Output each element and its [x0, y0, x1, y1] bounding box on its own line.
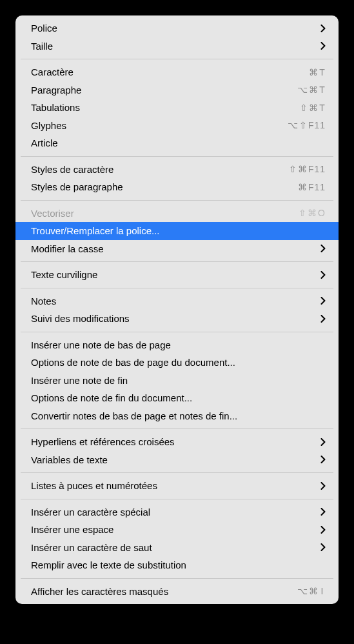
chevron-right-icon: [320, 297, 326, 305]
menu-item-police[interactable]: Police: [15, 19, 339, 37]
menu-item-modifier-casse[interactable]: Modifier la casse: [15, 240, 339, 258]
menu-item-label: Insérer un caractère de saut: [31, 542, 313, 553]
menu-item-label: Vectoriser: [31, 208, 291, 219]
menu-item-hyperliens[interactable]: Hyperliens et références croisées: [15, 433, 339, 451]
menu-item-texte-curviligne[interactable]: Texte curviligne: [15, 266, 339, 284]
context-menu: PoliceTailleCaractère⌘TParagraphe⌥⌘TTabu…: [15, 15, 339, 604]
chevron-right-icon: [320, 482, 326, 490]
chevron-right-icon: [320, 456, 326, 463]
menu-item-label: Hyperliens et références croisées: [31, 436, 313, 447]
menu-separator: [21, 499, 333, 499]
chevron-right-icon: [320, 315, 326, 323]
menu-item-label: Remplir avec le texte de substitution: [31, 559, 326, 570]
menu-item-inserer-espace[interactable]: Insérer une espace: [15, 521, 339, 539]
menu-item-listes-puces[interactable]: Listes à puces et numérotées: [15, 477, 339, 495]
menu-item-label: Tabulations: [31, 102, 292, 113]
menu-separator: [21, 288, 333, 288]
menu-item-label: Insérer une espace: [31, 524, 313, 535]
menu-separator: [21, 472, 333, 473]
menu-item-inserer-note-bas[interactable]: Insérer une note de bas de page: [15, 336, 339, 354]
menu-item-label: Caractère: [31, 66, 301, 77]
menu-item-label: Options de note de fin du document...: [31, 392, 326, 403]
menu-item-afficher-masques[interactable]: Afficher les caractères masqués⌥⌘I: [15, 583, 339, 601]
menu-item-shortcut: ⇧⌘F11: [289, 164, 326, 174]
chevron-right-icon: [320, 25, 326, 32]
menu-separator: [21, 428, 333, 429]
menu-item-label: Modifier la casse: [31, 243, 313, 254]
chevron-right-icon: [320, 438, 326, 446]
menu-item-label: Insérer un caractère spécial: [31, 507, 313, 518]
menu-separator: [21, 332, 333, 332]
menu-item-tabulations[interactable]: Tabulations⇧⌘T: [15, 99, 339, 117]
menu-item-label: Notes: [31, 296, 313, 307]
menu-item-inserer-saut[interactable]: Insérer un caractère de saut: [15, 539, 339, 557]
menu-item-label: Texte curviligne: [31, 269, 313, 280]
menu-item-inserer-caractere-special[interactable]: Insérer un caractère spécial: [15, 503, 339, 521]
chevron-right-icon: [320, 271, 326, 279]
menu-item-label: Listes à puces et numérotées: [31, 480, 313, 491]
menu-item-label: Police: [31, 23, 313, 34]
menu-item-label: Paragraphe: [31, 85, 290, 96]
menu-item-label: Variables de texte: [31, 454, 313, 465]
menu-item-label: Trouver/Remplacer la police...: [31, 225, 326, 236]
menu-item-vectoriser: Vectoriser⇧⌘O: [15, 205, 339, 223]
menu-item-styles-caractere[interactable]: Styles de caractère⇧⌘F11: [15, 161, 339, 179]
menu-item-taille[interactable]: Taille: [15, 37, 339, 55]
menu-item-shortcut: ⌥⌘I: [297, 586, 326, 596]
menu-item-shortcut: ⌥⌘T: [297, 85, 326, 95]
menu-item-glyphes[interactable]: Glyphes⌥⇧F11: [15, 117, 339, 135]
menu-item-paragraphe[interactable]: Paragraphe⌥⌘T: [15, 81, 339, 99]
menu-item-label: Suivi des modifications: [31, 313, 313, 324]
menu-separator: [21, 59, 333, 59]
menu-item-convertir-notes[interactable]: Convertir notes de bas de page et notes …: [15, 407, 339, 425]
menu-item-trouver-police[interactable]: Trouver/Remplacer la police...: [15, 222, 339, 240]
menu-item-label: Styles de paragraphe: [31, 181, 290, 192]
menu-item-label: Glyphes: [31, 120, 280, 131]
menu-item-label: Afficher les caractères masqués: [31, 586, 290, 597]
menu-item-shortcut: ⇧⌘T: [300, 103, 326, 113]
menu-item-remplir-substitution[interactable]: Remplir avec le texte de substitution: [15, 556, 339, 574]
menu-item-variables-texte[interactable]: Variables de texte: [15, 451, 339, 469]
chevron-right-icon: [320, 526, 326, 534]
menu-item-label: Insérer une note de fin: [31, 375, 326, 386]
menu-item-shortcut: ⌥⇧F11: [288, 120, 326, 130]
menu-item-shortcut: ⇧⌘O: [299, 208, 326, 218]
menu-item-label: Article: [31, 137, 326, 148]
menu-item-inserer-note-fin[interactable]: Insérer une note de fin: [15, 372, 339, 390]
menu-item-notes[interactable]: Notes: [15, 292, 339, 310]
menu-item-styles-paragraphe[interactable]: Styles de paragraphe⌘F11: [15, 178, 339, 196]
menu-item-shortcut: ⌘F11: [298, 182, 326, 192]
chevron-right-icon: [320, 508, 326, 516]
menu-item-shortcut: ⌘T: [309, 67, 326, 77]
menu-separator: [21, 578, 333, 579]
chevron-right-icon: [320, 543, 326, 551]
menu-item-options-note-bas[interactable]: Options de note de bas de page du docume…: [15, 354, 339, 372]
menu-item-label: Options de note de bas de page du docume…: [31, 357, 326, 368]
menu-separator: [21, 200, 333, 201]
menu-item-suivi-modifications[interactable]: Suivi des modifications: [15, 310, 339, 328]
menu-item-label: Taille: [31, 41, 313, 52]
menu-item-label: Insérer une note de bas de page: [31, 339, 326, 350]
menu-item-options-note-fin[interactable]: Options de note de fin du document...: [15, 389, 339, 407]
chevron-right-icon: [320, 42, 326, 50]
menu-separator: [21, 261, 333, 262]
menu-item-label: Convertir notes de bas de page et notes …: [31, 410, 326, 421]
chevron-right-icon: [320, 245, 326, 252]
menu-item-caractere[interactable]: Caractère⌘T: [15, 63, 339, 81]
menu-separator: [21, 156, 333, 157]
menu-item-article[interactable]: Article: [15, 134, 339, 152]
menu-item-label: Styles de caractère: [31, 164, 281, 175]
